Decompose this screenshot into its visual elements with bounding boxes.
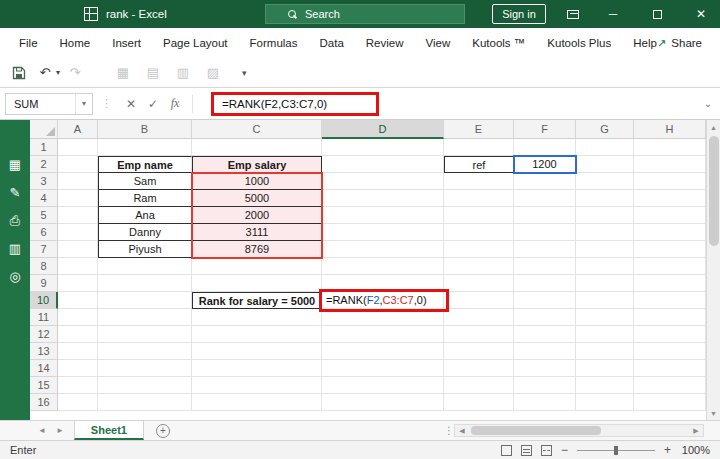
column-header-G[interactable]: G (576, 120, 634, 139)
cell-C1[interactable] (192, 139, 322, 156)
share-button[interactable]: ↗ Share (649, 28, 710, 58)
vertical-scroll-thumb[interactable] (709, 136, 719, 246)
cell-C13[interactable] (192, 343, 322, 360)
cell-B5[interactable]: Ana (98, 207, 192, 224)
prev-sheet-icon[interactable]: ◄ (38, 426, 46, 435)
customize-qat-icon[interactable]: ▾ (242, 68, 247, 78)
cell-H3[interactable] (634, 173, 706, 190)
cell-F16[interactable] (514, 394, 576, 411)
cell-D1[interactable] (322, 139, 444, 156)
search-box[interactable]: Search (265, 4, 465, 24)
ribbon-tab-insert[interactable]: Insert (101, 28, 152, 58)
cell-A16[interactable] (58, 394, 98, 411)
zoom-in-icon[interactable]: + (664, 443, 671, 457)
cell-B16[interactable] (98, 394, 192, 411)
undo-dropdown-icon[interactable]: ▾ (56, 68, 60, 77)
cell-B8[interactable] (98, 258, 192, 275)
row-header-13[interactable]: 13 (30, 343, 58, 360)
cell-A13[interactable] (58, 343, 98, 360)
cell-D6[interactable] (322, 224, 444, 241)
row-header-11[interactable]: 11 (30, 309, 58, 326)
cell-G15[interactable] (576, 377, 634, 394)
cell-C3[interactable]: 1000 (192, 173, 322, 190)
cell-D7[interactable] (322, 241, 444, 258)
cell-H1[interactable] (634, 139, 706, 156)
cell-C2[interactable]: Emp salary (192, 156, 322, 173)
cell-A15[interactable] (58, 377, 98, 394)
name-box-dropdown-icon[interactable]: ▾ (75, 94, 92, 114)
ribbon-tab-home[interactable]: Home (49, 28, 102, 58)
select-all-corner[interactable] (30, 120, 58, 139)
zoom-slider-thumb[interactable] (614, 446, 618, 455)
ribbon-tab-data[interactable]: Data (309, 28, 355, 58)
cell-E5[interactable] (444, 207, 514, 224)
cell-G14[interactable] (576, 360, 634, 377)
cell-A3[interactable] (58, 173, 98, 190)
row-header-12[interactable]: 12 (30, 326, 58, 343)
cell-G13[interactable] (576, 343, 634, 360)
cell-E11[interactable] (444, 309, 514, 326)
cell-D3[interactable] (322, 173, 444, 190)
minimize-button[interactable]: ─ (598, 0, 628, 28)
cell-B11[interactable] (98, 309, 192, 326)
printer-icon[interactable]: ⎙ (10, 214, 20, 227)
cell-F13[interactable] (514, 343, 576, 360)
cell-B13[interactable] (98, 343, 192, 360)
row-header-16[interactable]: 16 (30, 394, 58, 411)
ribbon-tab-kutools[interactable]: Kutools ™ (461, 28, 536, 58)
cell-C9[interactable] (192, 275, 322, 292)
insert-function-icon[interactable]: fx (164, 93, 186, 115)
column-header-B[interactable]: B (98, 120, 192, 139)
cell-C5[interactable]: 2000 (192, 207, 322, 224)
row-header-10[interactable]: 10 (30, 292, 58, 309)
normal-view-icon[interactable] (501, 445, 512, 456)
cell-E2[interactable]: ref (444, 156, 514, 173)
cell-F10[interactable] (514, 292, 576, 309)
horizontal-scrollbar[interactable]: ◀ ▶ (454, 424, 704, 437)
cell-D9[interactable] (322, 275, 444, 292)
cell-H8[interactable] (634, 258, 706, 275)
cell-A12[interactable] (58, 326, 98, 343)
cell-F9[interactable] (514, 275, 576, 292)
cell-D4[interactable] (322, 190, 444, 207)
cell-C14[interactable] (192, 360, 322, 377)
cell-B7[interactable]: Piyush (98, 241, 192, 258)
name-box-resize-handle[interactable]: ⋮ (101, 97, 112, 110)
cell-C8[interactable] (192, 258, 322, 275)
cell-E14[interactable] (444, 360, 514, 377)
cell-C11[interactable] (192, 309, 322, 326)
cell-F11[interactable] (514, 309, 576, 326)
cell-F3[interactable] (514, 173, 576, 190)
column-header-H[interactable]: H (634, 120, 706, 139)
cell-B10[interactable] (98, 292, 192, 309)
cell-B3[interactable]: Sam (98, 173, 192, 190)
cell-E3[interactable] (444, 173, 514, 190)
cell-G2[interactable] (576, 156, 634, 173)
cell-H14[interactable] (634, 360, 706, 377)
cell-B15[interactable] (98, 377, 192, 394)
cell-A1[interactable] (58, 139, 98, 156)
cell-H10[interactable] (634, 292, 706, 309)
cell-G10[interactable] (576, 292, 634, 309)
cell-D13[interactable] (322, 343, 444, 360)
cell-A11[interactable] (58, 309, 98, 326)
column-header-F[interactable]: F (514, 120, 576, 139)
page-break-view-icon[interactable] (541, 445, 552, 456)
cell-G7[interactable] (576, 241, 634, 258)
ribbon-display-options-button[interactable] (558, 0, 588, 28)
cell-C12[interactable] (192, 326, 322, 343)
cell-A2[interactable] (58, 156, 98, 173)
cell-A9[interactable] (58, 275, 98, 292)
next-sheet-icon[interactable]: ► (56, 426, 64, 435)
formula-bar-expand-icon[interactable]: ⌄ (696, 98, 720, 109)
cell-H16[interactable] (634, 394, 706, 411)
cell-G8[interactable] (576, 258, 634, 275)
cell-H2[interactable] (634, 156, 706, 173)
ribbon-tab-file[interactable]: File (8, 28, 49, 58)
cell-B4[interactable]: Ram (98, 190, 192, 207)
formula-input[interactable]: =RANK(F2,C3:C7,0) (199, 92, 696, 116)
cell-G11[interactable] (576, 309, 634, 326)
row-header-1[interactable]: 1 (30, 139, 58, 156)
row-header-5[interactable]: 5 (30, 207, 58, 224)
calendar-icon[interactable]: ▦ (9, 158, 21, 171)
